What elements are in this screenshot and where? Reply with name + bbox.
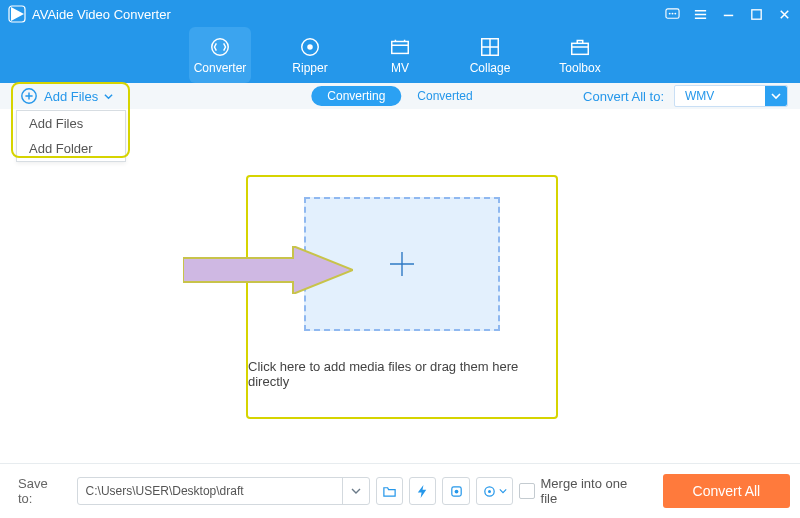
sub-toolbar: Add Files Converting Converted Convert A… bbox=[0, 83, 800, 110]
tab-label: Converter bbox=[194, 61, 247, 75]
convert-all-button[interactable]: Convert All bbox=[663, 474, 790, 508]
menu-item-add-folder[interactable]: Add Folder bbox=[17, 136, 125, 161]
state-segment: Converting Converted bbox=[311, 83, 488, 109]
checkbox-icon bbox=[519, 483, 535, 499]
dropzone-instruction: Click here to add media files or drag th… bbox=[248, 359, 556, 389]
add-files-button[interactable]: Add Files bbox=[0, 83, 133, 109]
output-format-select[interactable]: WMV bbox=[674, 85, 788, 107]
chip-icon bbox=[449, 484, 464, 499]
tab-collage[interactable]: Collage bbox=[459, 27, 521, 83]
converter-icon bbox=[209, 36, 231, 58]
app-title: AVAide Video Converter bbox=[32, 7, 171, 22]
tab-mv[interactable]: MV bbox=[369, 27, 431, 83]
tab-label: Toolbox bbox=[559, 61, 600, 75]
chevron-down-icon bbox=[765, 86, 787, 106]
footer-bar: Save to: C:\Users\USER\Desktop\draft Mer… bbox=[0, 463, 800, 518]
folder-icon bbox=[382, 484, 397, 499]
app-header: AVAide Video Converter Converter Ripper … bbox=[0, 0, 800, 83]
maximize-icon[interactable] bbox=[748, 6, 764, 22]
chevron-down-icon bbox=[499, 487, 507, 495]
gear-icon bbox=[482, 484, 497, 499]
add-files-label: Add Files bbox=[44, 89, 98, 104]
save-path-box: C:\Users\USER\Desktop\draft bbox=[77, 477, 370, 505]
tab-label: MV bbox=[391, 61, 409, 75]
bolt-icon bbox=[415, 484, 430, 499]
convert-all-to: Convert All to: WMV bbox=[583, 85, 800, 107]
tab-converter[interactable]: Converter bbox=[189, 27, 251, 83]
minimize-icon[interactable] bbox=[720, 6, 736, 22]
svg-point-9 bbox=[307, 44, 313, 50]
convert-all-to-label: Convert All to: bbox=[583, 89, 664, 104]
toolbox-icon bbox=[569, 36, 591, 58]
ripper-icon bbox=[299, 36, 321, 58]
svg-point-4 bbox=[671, 12, 673, 14]
svg-point-18 bbox=[488, 490, 491, 493]
feedback-icon[interactable] bbox=[664, 6, 680, 22]
hw-accel-button[interactable] bbox=[409, 477, 436, 505]
save-path-dropdown[interactable] bbox=[342, 478, 368, 504]
dropzone[interactable] bbox=[304, 197, 500, 331]
add-files-menu: Add Files Add Folder bbox=[16, 110, 126, 162]
segment-converted[interactable]: Converted bbox=[401, 86, 488, 106]
high-speed-button[interactable] bbox=[442, 477, 469, 505]
collage-icon bbox=[479, 36, 501, 58]
close-icon[interactable] bbox=[776, 6, 792, 22]
tab-label: Ripper bbox=[292, 61, 327, 75]
svg-rect-12 bbox=[572, 43, 589, 54]
svg-point-16 bbox=[454, 489, 458, 493]
plus-icon bbox=[385, 247, 419, 281]
menu-item-add-files[interactable]: Add Files bbox=[17, 111, 125, 136]
settings-button[interactable] bbox=[476, 477, 513, 505]
plus-circle-icon bbox=[20, 87, 38, 105]
segment-converting[interactable]: Converting bbox=[311, 86, 401, 106]
open-folder-button[interactable] bbox=[376, 477, 403, 505]
main-tabs: Converter Ripper MV Collage Toolbox bbox=[0, 27, 800, 83]
mv-icon bbox=[389, 36, 411, 58]
convert-all-label: Convert All bbox=[693, 483, 761, 499]
tab-toolbox[interactable]: Toolbox bbox=[549, 27, 611, 83]
tab-ripper[interactable]: Ripper bbox=[279, 27, 341, 83]
tab-label: Collage bbox=[470, 61, 511, 75]
save-to-label: Save to: bbox=[18, 476, 65, 506]
svg-point-5 bbox=[674, 12, 676, 14]
output-format-value: WMV bbox=[675, 89, 765, 103]
menu-icon[interactable] bbox=[692, 6, 708, 22]
svg-rect-10 bbox=[392, 41, 409, 53]
title-bar: AVAide Video Converter bbox=[0, 0, 800, 28]
annotation-highlight-dropzone: Click here to add media files or drag th… bbox=[246, 175, 558, 419]
svg-marker-0 bbox=[11, 7, 24, 21]
app-logo: AVAide Video Converter bbox=[8, 5, 171, 23]
merge-toggle[interactable]: Merge into one file bbox=[519, 476, 645, 506]
logo-icon bbox=[8, 5, 26, 23]
chevron-down-icon bbox=[104, 92, 113, 101]
save-path-value: C:\Users\USER\Desktop\draft bbox=[78, 478, 343, 504]
svg-rect-6 bbox=[751, 9, 760, 18]
svg-point-3 bbox=[668, 12, 670, 14]
merge-label: Merge into one file bbox=[541, 476, 645, 506]
